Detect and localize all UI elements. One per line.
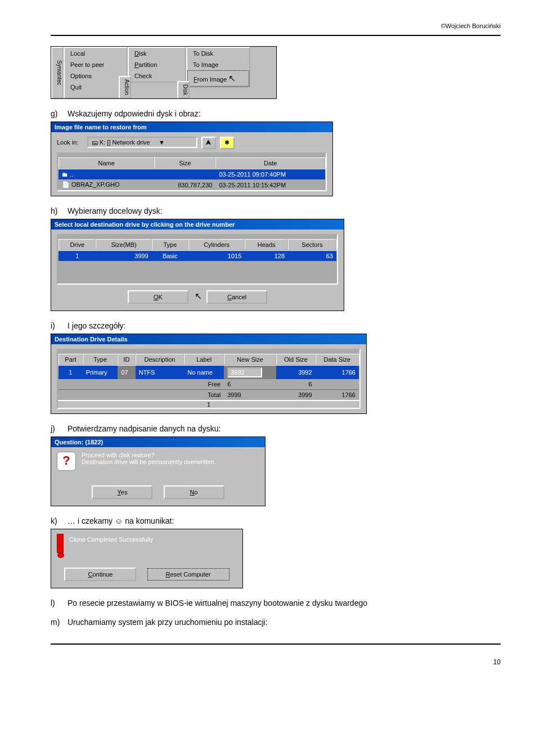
ok-button[interactable]: OK	[128, 290, 188, 304]
up-folder-button[interactable]: ⮝	[201, 137, 216, 149]
step-j: j)Potwierdzamy nadpisanie danych na dysk…	[51, 424, 501, 433]
continue-button[interactable]: Continue	[64, 568, 136, 581]
file-dialog: Image file name to restore from Look in:…	[51, 122, 333, 196]
cancel-button[interactable]: Cancel	[206, 290, 267, 304]
question-title: Question: (1822)	[51, 437, 265, 447]
menu-disk[interactable]: Disk	[129, 48, 185, 59]
yes-button[interactable]: Yes	[92, 485, 152, 499]
step-l: l)Po resecie przestawiamy w BIOS-ie wirt…	[51, 598, 501, 608]
file-dialog-title: Image file name to restore from	[51, 122, 332, 132]
details-dialog: Destination Drive Details Part Type ID D…	[51, 334, 367, 414]
menu-fromimage[interactable]: From Image ↖	[187, 70, 249, 87]
divider	[51, 35, 501, 36]
dest-row[interactable]: 1 3999 Basic 1015 128 63	[58, 250, 336, 261]
disk-label: Disk	[177, 81, 190, 98]
q-line1: Proceed with disk restore?	[57, 452, 259, 458]
col-date[interactable]: Date	[215, 158, 325, 169]
page-number: 10	[51, 658, 501, 666]
cursor-icon: ↖	[195, 291, 200, 301]
step-k: k)… i czekamy ☺ na komunikat:	[51, 516, 501, 525]
done-msg: Clone Completed Successfully	[57, 534, 237, 543]
col-name[interactable]: Name	[58, 158, 154, 169]
question-icon: ?	[57, 452, 76, 471]
footer-divider	[51, 644, 501, 645]
menu-local[interactable]: Local	[65, 48, 127, 59]
total-row: Total 3999 3999 1766	[58, 390, 359, 400]
file-table: Name Size Date 🖿 ..03-25-2011 09:07:40PM…	[58, 157, 326, 190]
details-footer: 1	[58, 400, 359, 408]
step-m: m)Uruchamiamy system jak przy uruchomien…	[51, 618, 501, 627]
ghost-menu: Symantec Local Peer to peer Options Quit…	[51, 46, 277, 99]
free-row: Free 6 6	[58, 379, 359, 390]
cursor-icon: ↖	[228, 74, 234, 83]
file-row[interactable]: 🖿 ..03-25-2011 09:07:40PM	[58, 169, 325, 179]
no-button[interactable]: No	[164, 485, 224, 499]
col-size[interactable]: Size	[154, 158, 215, 169]
drive-dropdown[interactable]: 🖴 K: [] Network drive ▼	[87, 137, 197, 148]
copyright: ©Wojciech Boruciński	[51, 22, 501, 29]
dest-dialog: Select local destination drive by clicki…	[51, 219, 344, 311]
menu-peer[interactable]: Peer to peer	[65, 59, 127, 70]
menu-toimage[interactable]: To Image	[187, 59, 249, 70]
q-line2: Destination drive will be permanently ov…	[57, 458, 259, 465]
reset-button[interactable]: Reset Computer	[147, 568, 230, 580]
file-row[interactable]: 📄 OBRAZ_XP.GHO830,787,23003-25-2011 10:1…	[58, 179, 325, 190]
step-h: h)Wybieramy docelowy dysk:	[51, 206, 501, 215]
dest-dialog-title: Select local destination drive by clicki…	[51, 219, 344, 230]
dest-table: Drive Size(MB) Type Cylinders Heads Sect…	[58, 238, 337, 261]
details-row[interactable]: 1 Primary 07 NTFS No name 3992 3992 1766	[58, 365, 359, 379]
step-g: g)Wskazujemy odpowiedni dysk i obraz:	[51, 109, 501, 118]
menu-options[interactable]: Options	[65, 70, 127, 82]
menu-check[interactable]: Check	[129, 70, 185, 82]
details-table: Part Type ID Description Label New Size …	[58, 353, 359, 400]
new-folder-button[interactable]: ✱	[220, 137, 235, 149]
menu-quit[interactable]: Quit	[65, 82, 127, 93]
action-label: Action	[119, 76, 131, 98]
menu-todisk[interactable]: To Disk	[187, 48, 249, 59]
done-dialog: Clone Completed Successfully Continue Re…	[51, 529, 243, 588]
step-i: i)I jego szczegóły:	[51, 321, 501, 330]
menu-partition[interactable]: Partition	[129, 59, 185, 70]
newsize-input[interactable]: 3992	[227, 367, 262, 377]
details-dialog-title: Destination Drive Details	[51, 334, 366, 344]
question-dialog: Question: (1822) ? Proceed with disk res…	[51, 436, 266, 506]
symantec-label: Symantec	[51, 47, 64, 98]
alert-icon	[57, 534, 64, 553]
lookin-label: Look in:	[57, 139, 79, 146]
